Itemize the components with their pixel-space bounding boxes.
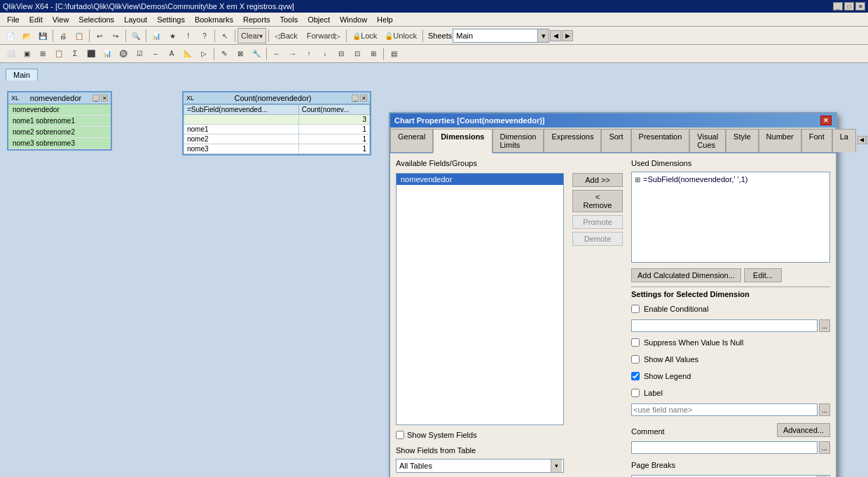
listbox-item-1[interactable]: nome1 sobrenome1: [8, 116, 111, 127]
sheets-next-btn[interactable]: ▶: [562, 30, 573, 41]
menu-selections[interactable]: Selections: [74, 14, 118, 25]
label-checkbox[interactable]: [631, 389, 640, 397]
obj-btn11[interactable]: A: [164, 46, 179, 62]
remove-btn[interactable]: < Remove: [572, 190, 623, 212]
label-browse-btn[interactable]: ...: [819, 403, 830, 416]
obj-btn13[interactable]: ▷: [196, 46, 212, 62]
menu-edit[interactable]: Edit: [25, 14, 47, 25]
enable-conditional-checkbox[interactable]: [631, 305, 640, 313]
table-min-btn[interactable]: _: [352, 95, 359, 102]
redo-btn[interactable]: ↪: [108, 28, 123, 43]
menu-file[interactable]: File: [3, 14, 24, 25]
tab-general[interactable]: General: [390, 129, 433, 152]
table-close-btn[interactable]: ✕: [360, 95, 367, 102]
menu-layout[interactable]: Layout: [120, 14, 151, 25]
tab-dimension-limits[interactable]: Dimension Limits: [492, 129, 544, 152]
show-all-values-checkbox[interactable]: [631, 355, 640, 364]
menu-settings[interactable]: Settings: [153, 14, 189, 25]
align-btn2[interactable]: ⊡: [350, 46, 365, 62]
sheet-tab[interactable]: Main: [6, 69, 38, 81]
align-btn3[interactable]: ⊞: [366, 46, 381, 62]
arrow-btn2[interactable]: →: [285, 46, 301, 62]
undo-btn[interactable]: ↩: [92, 28, 107, 43]
used-dims-list[interactable]: ⊞ =SubField(nomevendedor,' ',1): [631, 172, 830, 263]
dialog-close-btn[interactable]: ✕: [820, 116, 832, 125]
fields-list[interactable]: nomevendedor: [396, 173, 564, 425]
lock-btn[interactable]: 🔒 Lock: [349, 28, 380, 43]
menu-object[interactable]: Object: [303, 14, 334, 25]
show-fields-from-dropdown[interactable]: All Tables ▾: [396, 459, 564, 473]
show-fields-from-arrow[interactable]: ▾: [551, 459, 562, 472]
tab-sort[interactable]: Sort: [601, 129, 631, 152]
close-app-btn[interactable]: ✕: [855, 2, 865, 11]
print-btn[interactable]: 🖨: [55, 28, 71, 43]
listbox-min-btn[interactable]: _: [92, 95, 99, 102]
chart-btn[interactable]: 📊: [149, 28, 164, 43]
design-btn2[interactable]: ⊠: [233, 46, 248, 62]
obj-btn9[interactable]: ☑: [132, 46, 147, 62]
comment-browse-btn[interactable]: ...: [819, 441, 830, 454]
copy-btn[interactable]: 📋: [71, 28, 87, 43]
show-system-fields-checkbox[interactable]: [396, 431, 404, 439]
show-legend-checkbox[interactable]: [631, 372, 640, 380]
align-btn1[interactable]: ⊟: [333, 46, 349, 62]
obj-btn7[interactable]: 📊: [99, 46, 115, 62]
sheets-prev-btn[interactable]: ◀: [550, 30, 561, 41]
clear-eraser-btn[interactable]: Clear▾: [237, 28, 266, 43]
tab-dimensions[interactable]: Dimensions: [433, 129, 492, 153]
menu-reports[interactable]: Reports: [239, 14, 275, 25]
search-btn[interactable]: 🔍: [128, 28, 144, 43]
obj-btn8[interactable]: 🔘: [116, 46, 131, 62]
add-btn[interactable]: Add >>: [572, 173, 623, 187]
menu-window[interactable]: Window: [336, 14, 371, 25]
obj-btn5[interactable]: Σ: [67, 46, 83, 62]
new-btn[interactable]: 📄: [3, 28, 18, 43]
menu-view[interactable]: View: [48, 14, 74, 25]
arrow-btn3[interactable]: ↑: [301, 46, 317, 62]
obj-btn4[interactable]: 📋: [51, 46, 67, 62]
forward-btn[interactable]: Forward ▷: [303, 28, 344, 43]
obj-btn12[interactable]: 📐: [180, 46, 195, 62]
save-btn[interactable]: 💾: [35, 28, 50, 43]
back-btn[interactable]: ◁ Back: [271, 28, 301, 43]
extra-btn1[interactable]: ▤: [386, 46, 401, 62]
conditional-input[interactable]: [631, 319, 818, 332]
edit-dim-btn[interactable]: Edit...: [744, 268, 782, 282]
obj-btn3[interactable]: ⊞: [35, 46, 50, 62]
menu-help[interactable]: Help: [373, 14, 397, 25]
tab-expressions[interactable]: Expressions: [544, 129, 601, 152]
tab-style[interactable]: Style: [726, 129, 758, 152]
sheets-dropdown[interactable]: Main ▾: [453, 29, 549, 43]
add-calc-dim-btn[interactable]: Add Calculated Dimension...: [631, 268, 741, 282]
bookmark-btn[interactable]: ★: [165, 28, 180, 43]
maximize-btn[interactable]: □: [844, 2, 854, 11]
tab-visual-cues[interactable]: Visual Cues: [689, 129, 726, 152]
unlock-btn[interactable]: 🔓 Unlock: [381, 28, 420, 43]
design-btn3[interactable]: 🔧: [249, 46, 264, 62]
tab-presentation[interactable]: Presentation: [631, 129, 690, 152]
used-dim-item-0[interactable]: ⊞ =SubField(nomevendedor,' ',1): [633, 174, 828, 185]
tab-number[interactable]: Number: [759, 129, 801, 152]
open-btn[interactable]: 📂: [19, 28, 34, 43]
pointer-btn[interactable]: ↖: [217, 28, 233, 43]
comment-input[interactable]: [631, 441, 818, 454]
arrow-btn4[interactable]: ↓: [317, 46, 333, 62]
menu-bookmarks[interactable]: Bookmarks: [191, 14, 237, 25]
design-btn1[interactable]: ✎: [216, 46, 232, 62]
obj-btn6[interactable]: ⬛: [83, 46, 99, 62]
tab-la[interactable]: La: [832, 129, 856, 152]
suppress-null-checkbox[interactable]: [631, 338, 640, 347]
listbox-item-2[interactable]: nome2 sobrenome2: [8, 127, 111, 138]
minimize-btn[interactable]: _: [833, 2, 843, 11]
label-input[interactable]: [631, 403, 818, 416]
listbox-close-btn[interactable]: ✕: [101, 95, 108, 102]
conditional-browse-btn[interactable]: ...: [819, 319, 830, 332]
advanced-btn[interactable]: Advanced...: [777, 423, 830, 437]
obj-btn1[interactable]: ⬜: [3, 46, 18, 62]
help-icon-btn[interactable]: ?: [197, 28, 212, 43]
listbox-item-3[interactable]: nome3 sobrenome3: [8, 138, 111, 149]
obj-btn2[interactable]: ▣: [19, 46, 34, 62]
tab-prev-arrow[interactable]: ◀: [857, 136, 866, 144]
menu-tools[interactable]: Tools: [275, 14, 302, 25]
alert-btn[interactable]: !: [181, 28, 196, 43]
